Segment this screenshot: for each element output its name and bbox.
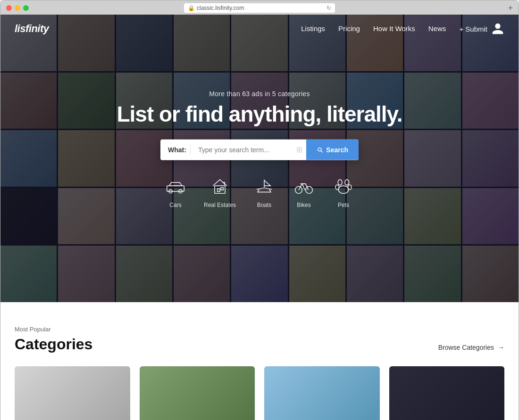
hero-content: More than 63 ads in 5 categories List or…	[0, 90, 519, 208]
category-bikes[interactable]: Bikes	[293, 175, 315, 208]
mac-window: 🔒 classic.lisfinity.com ↻ +	[0, 0, 519, 420]
category-icons: Cars Real Est	[0, 175, 519, 208]
close-button[interactable]	[6, 5, 12, 11]
nav-item-pricing[interactable]: Pricing	[338, 25, 360, 33]
svg-point-8	[338, 180, 342, 185]
paw-icon	[332, 175, 355, 198]
search-what-label: What:	[160, 146, 190, 153]
search-input[interactable]	[194, 140, 296, 159]
maximize-button[interactable]	[23, 5, 29, 11]
nav-link-how-it-works[interactable]: How It Works	[373, 25, 415, 33]
browse-categories-link[interactable]: Browse Categories →	[438, 344, 504, 353]
svg-point-6	[295, 186, 302, 193]
nav-links: Listings Pricing How It Works News + Sub…	[301, 25, 487, 33]
category-cars[interactable]: Cars	[164, 175, 187, 208]
search-button-label: Search	[326, 146, 348, 153]
section-label: Most Popular	[15, 326, 92, 333]
nav-item-how-it-works[interactable]: How It Works	[373, 25, 415, 33]
nav-link-pricing[interactable]: Pricing	[338, 25, 360, 33]
category-card[interactable]	[389, 366, 505, 420]
browse-categories-label: Browse Categories	[438, 344, 494, 351]
add-tab-button[interactable]: +	[508, 3, 513, 13]
svg-rect-5	[221, 187, 223, 189]
boat-icon	[253, 175, 276, 198]
category-pets-label: Pets	[338, 201, 349, 208]
search-button[interactable]: Search	[306, 139, 359, 160]
arrow-right-icon: →	[498, 344, 504, 351]
bicycle-icon	[293, 175, 315, 198]
browser-content: lisfinity Listings Pricing How It Works …	[0, 15, 519, 420]
url-text: classic.lisfinity.com	[197, 5, 244, 11]
hero-section: lisfinity Listings Pricing How It Works …	[0, 15, 519, 302]
category-boats[interactable]: Boats	[253, 175, 276, 208]
category-cars-label: Cars	[169, 201, 181, 208]
nav-item-listings[interactable]: Listings	[301, 25, 325, 33]
below-fold-section: Most Popular Categories Browse Categorie…	[0, 302, 519, 420]
nav-link-news[interactable]: News	[428, 25, 446, 33]
nav-item-news[interactable]: News	[428, 25, 446, 33]
address-bar[interactable]: 🔒 classic.lisfinity.com ↻	[184, 3, 335, 13]
lock-icon: 🔒	[188, 5, 195, 11]
refresh-icon[interactable]: ↻	[326, 5, 331, 11]
car-icon	[164, 175, 187, 198]
svg-point-9	[345, 180, 349, 185]
nav-submit-button[interactable]: + Submit	[459, 25, 487, 33]
category-card[interactable]	[140, 366, 255, 420]
hero-subtitle: More than 63 ads in 5 categories	[0, 90, 519, 98]
minimize-button[interactable]	[15, 5, 20, 11]
nav-link-listings[interactable]: Listings	[301, 25, 325, 33]
logo[interactable]: lisfinity	[15, 23, 49, 35]
titlebar: 🔒 classic.lisfinity.com ↻ +	[0, 5, 519, 15]
section-title-group: Most Popular Categories	[15, 326, 92, 353]
categories-section-header: Most Popular Categories Browse Categorie…	[15, 326, 504, 353]
category-pets[interactable]: Pets	[332, 175, 355, 208]
svg-rect-4	[218, 189, 220, 192]
hero-title: List or find anything, literally.	[0, 102, 519, 126]
navbar: lisfinity Listings Pricing How It Works …	[0, 15, 519, 43]
categories-section-title: Categories	[15, 336, 92, 353]
category-real-estates[interactable]: Real Estates	[204, 175, 236, 208]
house-icon	[209, 175, 231, 198]
category-card[interactable]	[264, 366, 380, 420]
category-boats-label: Boats	[257, 201, 272, 208]
category-real-estates-label: Real Estates	[204, 201, 236, 208]
category-cards-grid	[15, 366, 504, 420]
image-search-icon: ⊞	[296, 145, 302, 154]
svg-point-7	[306, 186, 313, 193]
search-bar: What: ⊞ Search	[160, 139, 359, 160]
category-bikes-label: Bikes	[297, 201, 310, 208]
user-icon[interactable]	[491, 22, 504, 35]
category-card[interactable]	[15, 366, 130, 420]
search-divider	[190, 145, 191, 154]
